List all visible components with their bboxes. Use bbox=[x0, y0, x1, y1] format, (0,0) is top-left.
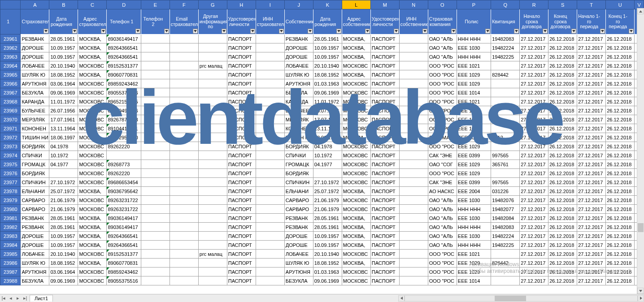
cell[interactable]: 19482083 bbox=[491, 223, 520, 232]
cell[interactable]: РЕЗВАНК bbox=[21, 35, 49, 43]
column-letters-row[interactable]: ABCDEFGHIJKLMNOPQRSTUV bbox=[0, 0, 644, 9]
cell[interactable] bbox=[141, 106, 170, 115]
cell[interactable] bbox=[399, 223, 428, 232]
cell[interactable] bbox=[170, 214, 198, 223]
column-header-K[interactable]: K bbox=[313, 0, 342, 9]
cell[interactable] bbox=[256, 187, 284, 196]
cell[interactable]: ПАСПОРТ bbox=[370, 196, 399, 205]
cell[interactable] bbox=[198, 223, 227, 232]
cell[interactable]: МОСКВА, bbox=[342, 259, 370, 267]
cell[interactable]: 21.06.1979 bbox=[313, 196, 342, 205]
cell[interactable]: 27.12.2017 bbox=[577, 160, 606, 169]
cell[interactable]: МОСКОВС bbox=[78, 178, 107, 187]
cell[interactable] bbox=[141, 178, 170, 187]
cell[interactable]: СПИЧКИН bbox=[284, 178, 313, 187]
cell[interactable]: ННН ННН bbox=[457, 223, 491, 232]
cell[interactable] bbox=[170, 196, 198, 205]
cell[interactable]: 89652156625 bbox=[107, 97, 141, 106]
cell[interactable] bbox=[170, 223, 198, 232]
cell[interactable]: 26.12.2018 bbox=[548, 142, 577, 151]
cell[interactable] bbox=[399, 178, 428, 187]
cell[interactable]: 89263231722 bbox=[107, 205, 141, 214]
cell[interactable]: 19482224 bbox=[491, 232, 520, 241]
cell[interactable]: 19482077 bbox=[491, 205, 520, 214]
cell[interactable]: 04.1978 bbox=[313, 142, 342, 151]
cell[interactable]: МОСКВА, bbox=[342, 70, 370, 79]
cell[interactable]: 89055375516 bbox=[107, 88, 141, 97]
cell[interactable] bbox=[198, 124, 227, 133]
scroll-down-button[interactable] bbox=[637, 288, 644, 294]
cell[interactable]: 27.12.2017 bbox=[577, 97, 606, 106]
cell[interactable]: РЕЗВАНК bbox=[284, 214, 313, 223]
cell[interactable]: ПАСПОРТ bbox=[227, 169, 256, 178]
filter-dropdown-icon[interactable] bbox=[571, 29, 576, 34]
cell[interactable]: ПАСПОРТ bbox=[227, 115, 256, 124]
cell[interactable]: ДОРОШЕ bbox=[21, 232, 49, 241]
cell[interactable]: ДОРОШЕ bbox=[284, 232, 313, 241]
cell[interactable]: ШУЛЯК Ю bbox=[284, 259, 313, 267]
cell[interactable]: 10.09.1957 bbox=[313, 232, 342, 241]
cell[interactable]: 27.12.2017 bbox=[577, 223, 606, 232]
cell[interactable]: ЕЕЕ 1029 bbox=[457, 70, 491, 79]
cell[interactable] bbox=[256, 232, 284, 241]
cell[interactable] bbox=[198, 115, 227, 124]
cell[interactable]: 10.09.1957 bbox=[49, 241, 78, 250]
cell[interactable]: 26.12.2018 bbox=[606, 223, 635, 232]
cell[interactable]: ООО "РОС bbox=[428, 250, 457, 259]
cell[interactable]: МОСКВА, bbox=[342, 187, 370, 196]
cell[interactable] bbox=[399, 276, 428, 285]
cell[interactable]: ПАСПОРТ bbox=[370, 214, 399, 223]
cell[interactable] bbox=[170, 178, 198, 187]
horizontal-scroll-track[interactable] bbox=[405, 295, 638, 302]
cell[interactable]: ПАСПОРТ bbox=[227, 259, 256, 267]
cell[interactable]: ПАСПОРТ bbox=[370, 43, 399, 52]
header-cell[interactable]: Конец срока договора bbox=[548, 9, 577, 35]
header-cell[interactable]: Начало 1-го периода bbox=[577, 9, 606, 35]
cell[interactable]: 26.12.2018 bbox=[606, 160, 635, 169]
column-header-Q[interactable]: Q bbox=[491, 0, 520, 9]
cell[interactable] bbox=[170, 241, 198, 250]
cell[interactable]: ПАСПОРТ bbox=[227, 223, 256, 232]
cell[interactable]: САРВАРО bbox=[284, 196, 313, 205]
cell[interactable]: 89262220 bbox=[107, 142, 141, 151]
cell[interactable]: МОСКВА, bbox=[78, 241, 107, 250]
cell[interactable] bbox=[170, 267, 198, 276]
row-number[interactable]: 23976 bbox=[0, 169, 21, 178]
cell[interactable] bbox=[399, 259, 428, 267]
cell[interactable]: 89262220 bbox=[107, 169, 141, 178]
cell[interactable]: 27.12.2017 bbox=[577, 124, 606, 133]
cell[interactable]: ЛОБАЧЕЕ bbox=[21, 250, 49, 259]
cell[interactable]: 26.12.2018 bbox=[548, 187, 577, 196]
cell[interactable]: 26.12.2018 bbox=[548, 169, 577, 178]
cell[interactable] bbox=[170, 276, 198, 285]
cell[interactable] bbox=[198, 133, 227, 142]
cell[interactable]: 27.12.2017 bbox=[520, 106, 548, 115]
cell[interactable] bbox=[399, 232, 428, 241]
cell[interactable]: 89686653454 bbox=[107, 178, 141, 187]
row-number[interactable]: 23980 bbox=[0, 205, 21, 214]
cell[interactable]: 89859243462 bbox=[107, 79, 141, 88]
cell[interactable]: ргс малац bbox=[198, 61, 227, 70]
cell[interactable]: КОНОНЕН bbox=[284, 124, 313, 133]
cell[interactable]: ЕЕЕ 1030 bbox=[457, 232, 491, 241]
column-header-D[interactable]: D bbox=[107, 0, 141, 9]
filter-dropdown-icon[interactable] bbox=[422, 29, 427, 34]
cell[interactable]: 27.10.1972 bbox=[313, 178, 342, 187]
cell[interactable]: ПАСПОРТ bbox=[227, 52, 256, 61]
cell[interactable]: 18.08.1952 bbox=[49, 70, 78, 79]
cell[interactable] bbox=[491, 88, 520, 97]
cell[interactable] bbox=[141, 61, 170, 70]
cell[interactable] bbox=[399, 97, 428, 106]
cell[interactable]: 27.12.2017 bbox=[520, 97, 548, 106]
row-number[interactable]: 23962 bbox=[0, 43, 21, 52]
filter-dropdown-icon[interactable] bbox=[44, 29, 48, 34]
cell[interactable] bbox=[170, 115, 198, 124]
cell[interactable] bbox=[141, 276, 170, 285]
cell[interactable]: 26.12.2018 bbox=[606, 97, 635, 106]
cell[interactable]: ОАО "АЛЬ bbox=[428, 214, 457, 223]
cell[interactable] bbox=[141, 214, 170, 223]
cell[interactable]: МОСКВА, bbox=[78, 187, 107, 196]
cell[interactable] bbox=[256, 250, 284, 259]
filter-dropdown-icon[interactable] bbox=[279, 29, 284, 34]
cell[interactable] bbox=[256, 43, 284, 52]
